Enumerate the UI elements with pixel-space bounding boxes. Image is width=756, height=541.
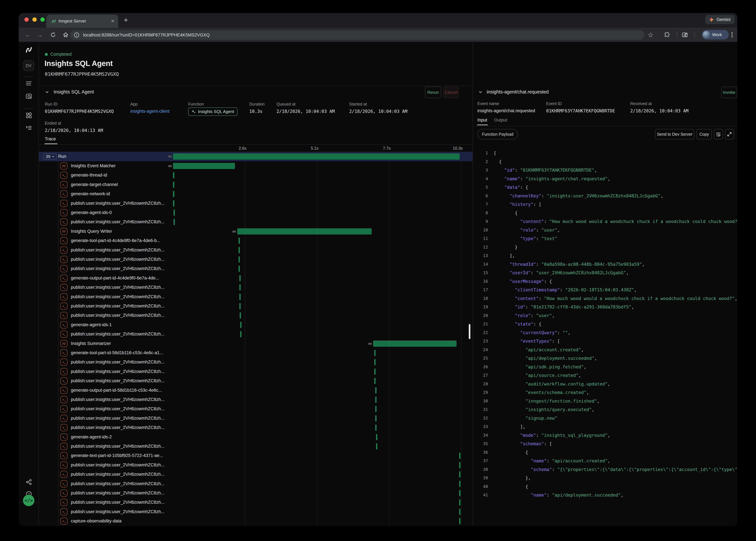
trace-row[interactable]: >_publish:user:insights:user_2VH6zowmhZC… (39, 357, 472, 367)
cancel-button[interactable]: Cancel (443, 87, 459, 98)
close-window-button[interactable] (24, 17, 29, 22)
trace-row[interactable]: >_publish:user:insights:user_2VH6zowmhZC… (39, 246, 472, 255)
browser-menu-icon[interactable] (728, 31, 736, 39)
function-payload-toggle[interactable]: Function Payload (477, 129, 518, 139)
run-section-header[interactable]: Insights SQL Agent (45, 89, 94, 95)
tab-strip: Inngest Server × + Gemini (19, 13, 737, 28)
browser-tab[interactable]: Inngest Server × (46, 15, 118, 28)
function-badge[interactable]: Insights SQL Agent (188, 108, 237, 116)
trace-row[interactable]: >_generate-text-part-id-105bf925-5722-43… (39, 451, 472, 460)
trace-row[interactable]: >_generate-network-id (39, 189, 472, 199)
sidebar-item-runs[interactable] (19, 80, 39, 87)
gemini-button[interactable]: Gemini (705, 15, 735, 24)
trace-row[interactable]: >_publish:user:insights:user_2VH6zowmhZC… (39, 199, 472, 208)
trace-row[interactable]: >_capture-observability-data (39, 516, 472, 526)
tab-output[interactable]: Output (494, 118, 507, 123)
trace-row[interactable]: >_publish:user:insights:user_2VH6zowmhZC… (39, 367, 472, 376)
trace-row[interactable]: >_publish:user:insights:user_2VH6zowmhZC… (39, 442, 472, 451)
sidebar-item-apps[interactable] (19, 112, 39, 119)
trace-row[interactable]: >_generate-agent-ids-2 (39, 432, 472, 442)
trace-row[interactable]: Insights Summarizer (39, 339, 472, 348)
code-text: [ (488, 149, 496, 158)
event-title: insights-agent/chat.requested (487, 89, 548, 95)
code-text: { (488, 448, 528, 457)
extensions-icon[interactable] (663, 31, 671, 39)
trace-row[interactable]: >_publish:user:insights:user_2VH6zowmhZC… (39, 311, 472, 320)
field-label: Queued at (277, 102, 335, 107)
trace-row[interactable]: >_publish:user:insights:user_2VH6zowmhZC… (39, 470, 472, 479)
trace-row[interactable]: >_publish:user:insights:user_2VH6zowmhZC… (39, 376, 472, 386)
tab-close-icon[interactable]: × (111, 18, 114, 24)
trace-row[interactable]: >_generate-agent-ids-1 (39, 320, 472, 329)
bookmark-star-icon[interactable]: ☆ (646, 31, 655, 39)
send-to-dev-server-button[interactable]: Send to Dev Server (655, 129, 694, 139)
payload-code-editor[interactable]: 1[2 {3 "id": "01KHRMF63Y7AHK7EKFQGN8RTDE… (473, 143, 737, 526)
trace-row[interactable]: >_generate-output-part-id-58d1b116-c53c-… (39, 386, 472, 395)
trace-row[interactable]: Insights Query Writer (39, 227, 472, 236)
trace-row[interactable]: Insights Event Matcher (39, 161, 472, 171)
trace-row[interactable]: >_publish:user:insights:user_2VH6zowmhZC… (39, 498, 472, 507)
trace-row[interactable]: >_generate-thread-id (39, 171, 472, 180)
minimize-window-button[interactable] (32, 17, 37, 22)
trace-row[interactable]: >_publish:user:insights:user_2VH6zowmhZC… (39, 395, 472, 404)
tab-input[interactable]: Input (477, 118, 487, 123)
trace-row[interactable]: >_publish:user:insights:user_2VH6zowmhZC… (39, 217, 472, 227)
trace-row[interactable]: >_publish:user:insights:user_2VH6zowmhZC… (39, 460, 472, 470)
trace-row[interactable]: >_generate-agent-ids-0 (39, 208, 472, 218)
invoke-button[interactable]: Invoke (721, 87, 737, 98)
trace-row[interactable]: >_publish:user:insights:user_2VH6zowmhZC… (39, 479, 472, 489)
forward-icon[interactable]: → (36, 31, 44, 39)
line-number: 19 (473, 303, 488, 311)
trace-row[interactable]: >_publish:user:insights:user_2VH6zowmhZC… (39, 414, 472, 423)
tab-trace[interactable]: Trace (45, 137, 56, 142)
trace-row[interactable]: >_publish:user:insights:user_2VH6zowmhZC… (39, 292, 472, 301)
run-bar-handle (168, 156, 172, 158)
trace-row[interactable]: >_publish:user:insights:user_2VH6zowmhZC… (39, 264, 472, 273)
home-icon[interactable] (61, 31, 70, 39)
trace-row[interactable]: >_publish:user:insights:user_2VH6zowmhZC… (39, 329, 472, 339)
event-section-header[interactable]: insights-agent/chat.requested (478, 89, 548, 95)
new-tab-button[interactable]: + (124, 16, 128, 24)
trace-scrollbar-thumb[interactable] (469, 324, 470, 339)
word-wrap-icon[interactable] (714, 129, 723, 139)
sidebar-item-functions[interactable] (19, 124, 39, 132)
span-bar-sliver (240, 322, 242, 328)
field-event-name: Event name insights-agent/chat.requested (477, 101, 535, 113)
share-icon[interactable] (19, 478, 39, 486)
sidebar-item-events-search[interactable] (19, 93, 39, 100)
trace-row[interactable]: >_publish:user:insights:user_2VH6zowmhZC… (39, 404, 472, 414)
span-bar-sliver (375, 424, 377, 431)
reload-icon[interactable] (49, 31, 57, 39)
span-bar (237, 228, 372, 235)
trace-row[interactable]: >_publish:user:insights:user_2VH6zowmhZC… (39, 301, 472, 311)
site-info-icon[interactable] (74, 32, 80, 38)
maximize-window-button[interactable] (40, 17, 45, 22)
trace-row[interactable]: >_generate-tool-part-id-58d1b116-c53c-4e… (39, 348, 472, 358)
trace-row[interactable]: >_publish:user:insights:user_2VH6zowmhZC… (39, 283, 472, 292)
run-span-count-badge[interactable]: 39 (43, 153, 57, 160)
line-number: 10 (473, 226, 488, 235)
trace-row[interactable]: >_publish:user:insights:user_2VH6zowmhZC… (39, 423, 472, 432)
span-bar-sliver (173, 172, 174, 178)
rerun-button[interactable]: Rerun (425, 87, 441, 98)
code-text: "api/account.created", (488, 345, 584, 354)
app-link[interactable]: insights-agent-client (130, 109, 170, 114)
field-value: 01KHRMF63Y7AHK7EKFQGN8RTDE (546, 108, 615, 113)
trace-row[interactable]: >_publish:user:insights:user_2VH6zowmhZC… (39, 255, 472, 264)
url-bar[interactable]: localhost:8288/run?runID=01KHRMF677RJPPH… (70, 30, 644, 40)
sidebar-app-badge[interactable]: DV (23, 60, 34, 71)
back-icon[interactable]: ← (24, 31, 32, 39)
trace-row[interactable]: >_generate-tool-part-id-4c4de9f0-6e7a-4d… (39, 236, 472, 246)
code-text: "userId": "user_2VH6zowmhZC8zhx8482LJcGg… (488, 269, 629, 277)
profile-button[interactable]: Work (702, 30, 729, 39)
dev-mode-button[interactable]: </> (23, 495, 34, 506)
span-bar-sliver (173, 191, 174, 197)
trace-row[interactable]: >_publish:user:insights:user_2VH6zowmhZC… (39, 507, 472, 517)
copy-button[interactable]: Copy (697, 129, 712, 139)
trace-row[interactable]: >_generate-target-channel (39, 180, 472, 190)
reading-mode-icon[interactable] (681, 31, 689, 39)
trace-row[interactable]: >_publish:user:insights:user_2VH6zowmhZC… (39, 488, 472, 498)
expand-icon[interactable] (725, 129, 734, 139)
span-bar-sliver (459, 509, 460, 515)
trace-row[interactable]: >_generate-output-part-id-4c4de9f0-6e7a-… (39, 273, 472, 283)
